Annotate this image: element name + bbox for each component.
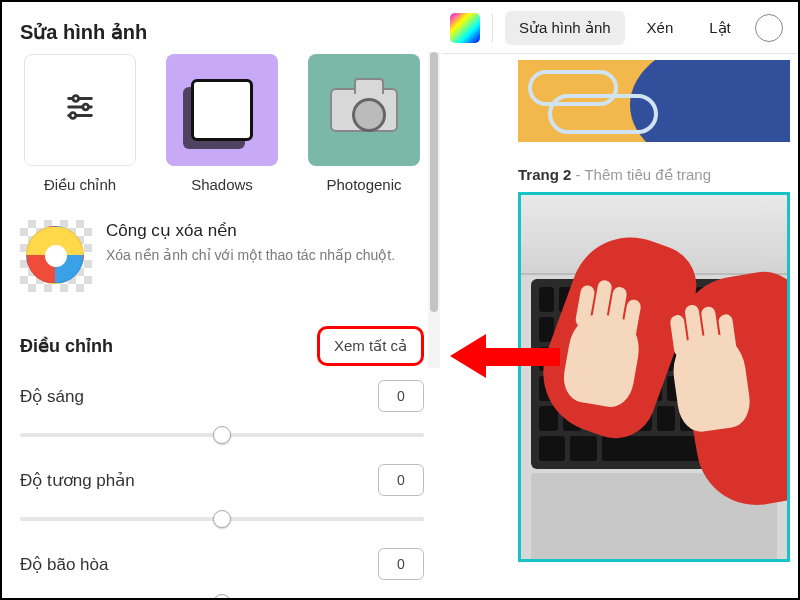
scrollbar-thumb[interactable] — [430, 52, 438, 312]
adjust-contrast: Độ tương phản 0 — [2, 450, 442, 534]
bg-remover-text: Công cụ xóa nền Xóa nền ảnh chỉ với một … — [106, 220, 395, 265]
top-toolbar: Sửa hình ảnh Xén Lật — [442, 2, 800, 54]
saturation-label: Độ bão hòa — [20, 554, 108, 575]
photogenic-thumb — [308, 54, 420, 166]
flip-button[interactable]: Lật — [695, 11, 745, 45]
page-title-placeholder[interactable]: Thêm tiêu đề trang — [584, 166, 711, 183]
app-frame: Sửa hình ảnh Điều chỉnh — [0, 0, 800, 600]
background-remover-card[interactable]: Công cụ xóa nền Xóa nền ảnh chỉ với một … — [2, 194, 442, 292]
beach-ball-icon — [26, 226, 84, 284]
effect-shadows[interactable]: Shadows — [158, 54, 286, 194]
effect-photogenic[interactable]: Photogenic — [300, 54, 428, 194]
page-caption-sep: - — [571, 166, 584, 183]
brightness-value-input[interactable]: 0 — [378, 380, 424, 412]
shadows-thumb — [166, 54, 278, 166]
canvas-stage[interactable]: Trang 2 - Thêm tiêu đề trang — [442, 54, 800, 598]
bg-remover-desc: Xóa nền ảnh chỉ với một thao tác nhấp ch… — [106, 245, 395, 265]
contrast-slider[interactable] — [20, 504, 424, 534]
effect-label: Shadows — [191, 176, 253, 193]
decoration-lines — [528, 70, 668, 140]
camera-icon — [330, 88, 398, 132]
saturation-value-input[interactable]: 0 — [378, 548, 424, 580]
crop-button[interactable]: Xén — [633, 11, 688, 44]
bg-remover-thumb — [20, 220, 92, 292]
panel-scrollbar[interactable] — [428, 52, 440, 368]
bg-remover-title: Công cụ xóa nền — [106, 220, 395, 241]
contrast-value-input[interactable]: 0 — [378, 464, 424, 496]
adjust-brightness: Độ sáng 0 — [2, 366, 442, 450]
edit-image-button[interactable]: Sửa hình ảnh — [505, 11, 625, 45]
slider-thumb[interactable] — [213, 426, 231, 444]
page-caption[interactable]: Trang 2 - Thêm tiêu đề trang — [518, 166, 800, 184]
adjust-section-title: Điều chỉnh — [20, 335, 113, 357]
page1-preview[interactable] — [518, 60, 790, 142]
sliders-icon — [63, 90, 97, 131]
edit-image-panel: Sửa hình ảnh Điều chỉnh — [2, 2, 442, 598]
more-options-icon[interactable] — [755, 14, 783, 42]
adjust-saturation: Độ bão hòa 0 — [2, 534, 442, 600]
effect-label: Điều chỉnh — [44, 176, 116, 194]
panel-title: Sửa hình ảnh — [2, 2, 442, 44]
adjust-section-header: Điều chỉnh Xem tất cả — [2, 292, 442, 366]
brightness-slider[interactable] — [20, 420, 424, 450]
svg-point-1 — [73, 95, 79, 101]
color-picker-button[interactable] — [450, 13, 480, 43]
brightness-label: Độ sáng — [20, 386, 84, 407]
shadow-box-icon — [191, 79, 253, 141]
toolbar-divider — [492, 14, 493, 42]
contrast-label: Độ tương phản — [20, 470, 135, 491]
adjust-thumb — [24, 54, 136, 166]
effect-label: Photogenic — [326, 176, 401, 193]
slider-thumb[interactable] — [213, 510, 231, 528]
saturation-slider[interactable] — [20, 588, 424, 600]
page-number: Trang 2 — [518, 166, 571, 183]
see-all-button[interactable]: Xem tất cả — [317, 326, 424, 366]
svg-point-3 — [83, 104, 89, 110]
selected-image[interactable] — [518, 192, 790, 562]
canvas-panel: Sửa hình ảnh Xén Lật Trang 2 - Thêm tiêu… — [442, 2, 800, 598]
slider-thumb[interactable] — [213, 594, 231, 600]
svg-point-5 — [70, 112, 76, 118]
effects-row: Điều chỉnh Shadows Photogenic — [2, 44, 442, 194]
effect-adjust[interactable]: Điều chỉnh — [16, 54, 144, 194]
